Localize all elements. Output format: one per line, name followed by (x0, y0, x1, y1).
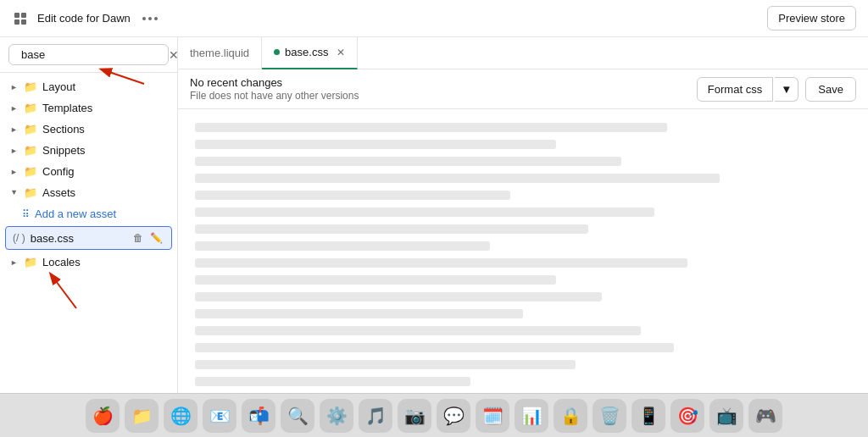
file-actions: 🗑 ✏️ (131, 230, 164, 246)
dock: 🍎📁🌐📧📬🔍⚙️🎵📷💬🗓️📊🔒🗑️📱🎯📺🎮 (0, 393, 868, 437)
tab-label: base.css (285, 46, 328, 58)
modified-indicator (274, 49, 280, 55)
tab-base-css[interactable]: base.css ✕ (262, 37, 358, 69)
code-line (195, 140, 556, 149)
folder-icon: 📁 (24, 256, 37, 268)
dock-app-icon[interactable]: 📱 (632, 399, 665, 433)
chevron-right-icon: ► (10, 104, 19, 113)
topbar-left: Edit code for Dawn (12, 10, 161, 27)
folder-icon: 📁 (24, 102, 37, 114)
code-line (195, 258, 687, 268)
code-line (195, 224, 588, 234)
svg-line-8 (51, 274, 76, 308)
dock-app-icon[interactable]: 🎮 (748, 399, 782, 433)
svg-rect-0 (14, 13, 19, 18)
svg-rect-2 (14, 19, 19, 25)
chevron-right-icon: ► (10, 168, 19, 176)
folder-icon: 📁 (24, 186, 37, 199)
dock-app-icon[interactable]: 🔍 (281, 399, 314, 433)
code-line (195, 191, 510, 200)
dock-app-icon[interactable]: 🌐 (164, 399, 198, 433)
code-line (195, 275, 556, 285)
editor-status: No recent changes File does not have any… (190, 76, 695, 102)
tab-theme-liquid[interactable]: theme.liquid (178, 37, 262, 69)
sidebar-item-locales[interactable]: ► 📁 Locales (0, 252, 177, 273)
editor-area: theme.liquid base.css ✕ No recent change… (178, 37, 868, 393)
status-title: No recent changes (190, 76, 695, 89)
main-layout: ✕ ► 📁 Layout ► 📁 Templates ► 📁 Sections (0, 37, 868, 393)
dock-app-icon[interactable]: 📷 (398, 399, 431, 433)
search-clear-button[interactable]: ✕ (169, 49, 178, 61)
sidebar-item-label: Layout (42, 80, 75, 93)
editor-toolbar: No recent changes File does not have any… (178, 69, 868, 109)
code-line (195, 309, 523, 318)
code-line (195, 207, 654, 217)
format-dropdown-button[interactable]: ▼ (775, 77, 798, 102)
chevron-right-icon: ► (10, 147, 19, 155)
chevron-right-icon: ► (10, 83, 19, 91)
dock-app-icon[interactable]: 📁 (125, 399, 159, 433)
chevron-right-icon: ► (10, 258, 19, 267)
sidebar-item-label: Sections (42, 123, 85, 136)
dock-app-icon[interactable]: 🗑️ (593, 399, 626, 433)
sidebar-file-label: base.css (31, 232, 74, 245)
file-left: (/ ) base.css (13, 232, 74, 245)
topbar: Edit code for Dawn Preview store (0, 0, 868, 37)
dock-app-icon[interactable]: 🎯 (670, 399, 704, 433)
search-bar: ✕ (0, 37, 177, 73)
status-subtitle: File does not have any other versions (190, 90, 695, 102)
code-line (195, 157, 621, 166)
grid-dots-icon: ⠿ (22, 208, 30, 220)
folder-icon: 📁 (24, 123, 37, 136)
search-input[interactable] (21, 48, 164, 61)
dock-app-icon[interactable]: 📊 (515, 399, 548, 433)
more-options-button[interactable] (139, 14, 161, 24)
nav-section: ► 📁 Layout ► 📁 Templates ► 📁 Sections ► … (0, 73, 177, 276)
sidebar: ✕ ► 📁 Layout ► 📁 Templates ► 📁 Sections (0, 37, 178, 393)
code-line (195, 174, 720, 183)
folder-icon: 📁 (24, 144, 37, 157)
dock-app-icon[interactable]: 📧 (203, 399, 236, 433)
delete-file-button[interactable]: 🗑 (131, 230, 145, 246)
dock-app-icon[interactable]: 🎵 (359, 399, 392, 433)
sidebar-item-label: Assets (42, 186, 75, 199)
sidebar-item-base-css[interactable]: (/ ) base.css 🗑 ✏️ (5, 226, 172, 250)
dock-app-icon[interactable]: 📬 (242, 399, 275, 433)
sidebar-item-label: Snippets (42, 144, 86, 157)
folder-icon: 📁 (24, 165, 37, 178)
dock-app-icon[interactable]: 💬 (437, 399, 470, 433)
dock-app-icon[interactable]: 🔒 (554, 399, 587, 433)
add-asset-button[interactable]: ⠿ Add a new asset (0, 203, 177, 224)
code-line (195, 377, 470, 386)
tab-label: theme.liquid (190, 47, 249, 59)
code-line (195, 292, 602, 301)
dock-app-icon[interactable]: 📺 (709, 399, 743, 433)
save-button[interactable]: Save (805, 77, 856, 102)
sidebar-item-label: Templates (42, 102, 92, 114)
format-css-button[interactable]: Format css (697, 77, 773, 102)
file-type-icon: (/ ) (13, 232, 25, 244)
svg-rect-3 (21, 19, 26, 25)
code-line (195, 360, 576, 369)
sidebar-item-sections[interactable]: ► 📁 Sections (0, 119, 177, 140)
chevron-right-icon: ► (10, 125, 19, 134)
sidebar-item-label: Locales (42, 256, 81, 268)
sidebar-item-layout[interactable]: ► 📁 Layout (0, 76, 177, 97)
folder-icon: 📁 (24, 80, 37, 93)
sidebar-item-config[interactable]: ► 📁 Config (0, 161, 177, 182)
code-line (195, 326, 641, 335)
topbar-title: Edit code for Dawn (37, 12, 131, 25)
sidebar-item-snippets[interactable]: ► 📁 Snippets (0, 140, 177, 161)
sidebar-item-assets[interactable]: ► 📁 Assets (0, 182, 177, 203)
code-line (195, 241, 490, 251)
dock-app-icon[interactable]: 🗓️ (476, 399, 509, 433)
edit-file-button[interactable]: ✏️ (148, 230, 164, 246)
code-area[interactable] (178, 109, 868, 393)
home-icon[interactable] (12, 10, 29, 27)
dock-app-icon[interactable]: ⚙️ (320, 399, 353, 433)
preview-store-button[interactable]: Preview store (767, 6, 856, 30)
sidebar-item-templates[interactable]: ► 📁 Templates (0, 97, 177, 119)
svg-rect-1 (21, 13, 26, 18)
tab-close-button[interactable]: ✕ (337, 47, 345, 58)
dock-app-icon[interactable]: 🍎 (86, 399, 120, 433)
